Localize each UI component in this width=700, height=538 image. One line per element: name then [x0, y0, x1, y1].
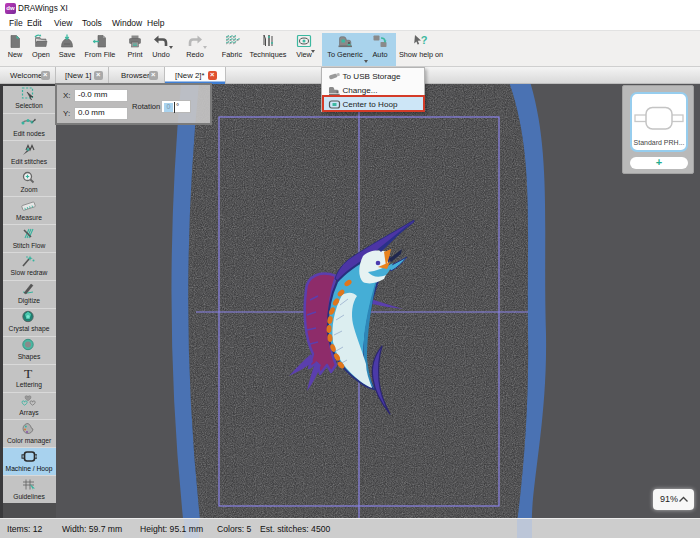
- svg-text:T: T: [24, 366, 33, 380]
- svg-text:?: ?: [421, 34, 428, 46]
